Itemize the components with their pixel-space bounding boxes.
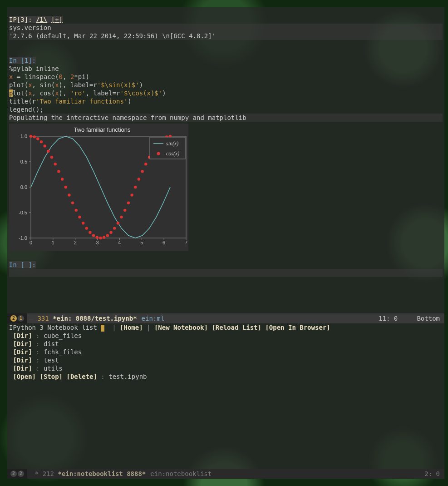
cell2-prompt[interactable]: In [ ]:	[9, 261, 36, 268]
svg-point-31	[43, 144, 46, 147]
svg-point-43	[85, 227, 88, 229]
tab-active[interactable]: /1\	[36, 16, 47, 23]
svg-point-33	[50, 156, 53, 159]
svg-point-30	[40, 140, 43, 143]
cell1-output: Populating the interactive namespace fro…	[9, 114, 443, 122]
cell2-body[interactable]	[9, 269, 443, 277]
svg-point-44	[89, 231, 91, 234]
ml-badge-2: 1	[18, 315, 24, 322]
dir-name: dist	[44, 340, 59, 347]
emacs-frame: IP[3]: /1\ [+] sys.version '2.7.6 (defau…	[7, 7, 444, 479]
svg-text:0: 0	[30, 240, 32, 245]
svg-point-27	[30, 135, 32, 138]
nblist-title: IPython 3 Notebook list	[9, 324, 97, 331]
svg-point-41	[78, 216, 81, 218]
delete-link[interactable]: [Delete]	[66, 373, 97, 380]
svg-text:-1.0: -1.0	[19, 235, 27, 241]
svg-point-54	[123, 209, 126, 212]
svg-point-40	[75, 209, 78, 212]
svg-text:1: 1	[52, 240, 54, 245]
ml2-major-mode: ein:notebooklist	[146, 469, 212, 479]
reload-list-button[interactable]: [Reload List]	[212, 324, 261, 331]
svg-text:7: 7	[185, 240, 187, 245]
svg-point-34	[54, 163, 57, 165]
code-line[interactable]: plot(x, sin(x), label=r'$\sin(x)$')	[9, 81, 143, 89]
svg-point-29	[36, 137, 39, 140]
dir-link[interactable]: [Dir]	[13, 340, 32, 347]
svg-text:3: 3	[96, 240, 99, 245]
plot-output: Two familiar functions 01234567-1.0-0.50…	[9, 124, 188, 251]
code-line[interactable]: legend();	[9, 106, 44, 113]
svg-point-51	[113, 227, 116, 229]
dir-name: test	[44, 357, 59, 364]
svg-point-57	[134, 186, 137, 188]
ml2-buffer-name: *ein:notebooklist 8888*	[58, 469, 146, 479]
code-line[interactable]: plot(x, cos(x), 'ro', label=r'$\cos(x)$'…	[9, 89, 166, 97]
dir-link[interactable]: [Dir]	[13, 348, 32, 356]
code-line[interactable]: %pylab inline	[9, 65, 59, 72]
svg-text:0.5: 0.5	[20, 159, 27, 164]
tab-bar: IP[3]: /1\ [+]	[9, 16, 63, 23]
ml-major-mode: ein:ml	[137, 313, 165, 323]
cell1-prompt: In [1]:	[9, 57, 36, 64]
svg-text:2: 2	[74, 240, 77, 245]
stop-link[interactable]: [Stop]	[39, 373, 63, 380]
ml2-badge-1: 2	[10, 471, 17, 477]
legend-cos: cos(x)	[166, 150, 179, 157]
new-notebook-button[interactable]: [New Notebook]	[154, 324, 208, 331]
ml-where: Bottom	[417, 315, 440, 322]
ml-position: 11: 0	[379, 315, 398, 322]
code-line[interactable]: title(r'Two familiar functions')	[9, 98, 132, 105]
svg-point-60	[144, 163, 147, 165]
ml-buffer-name: *ein: 8888/test.ipynb*	[53, 313, 137, 323]
svg-text:4: 4	[118, 240, 121, 245]
svg-point-56	[130, 193, 133, 196]
dir-link[interactable]: [Dir]	[13, 332, 32, 339]
ml2-position: 2: 0	[424, 469, 444, 479]
home-link[interactable]: [Home]	[120, 324, 143, 331]
file-name: test.ipynb	[108, 373, 147, 380]
open-browser-button[interactable]: [Open In Browser]	[265, 324, 330, 331]
svg-text:0.0: 0.0	[20, 184, 27, 190]
svg-point-39	[71, 201, 74, 204]
svg-point-28	[33, 135, 35, 138]
modeline-bottom: 22 * 212 *ein:notebooklist 8888* ein:not…	[7, 469, 444, 479]
svg-text:1.0: 1.0	[20, 134, 27, 139]
svg-point-59	[141, 170, 143, 173]
ml-badge-1: 2	[10, 315, 17, 322]
svg-text:-0.5: -0.5	[19, 210, 27, 215]
svg-point-45	[92, 234, 95, 237]
svg-point-70	[157, 152, 160, 155]
svg-point-42	[82, 222, 84, 224]
dir-name: fchk_files	[44, 348, 82, 356]
modeline-top: 21 — 331 *ein: 8888/test.ipynb* ein:ml 1…	[7, 313, 444, 323]
svg-point-53	[120, 216, 123, 218]
svg-point-55	[127, 201, 130, 204]
svg-point-36	[61, 178, 64, 180]
code-line[interactable]: x = linspace(0, 2*pi)	[9, 73, 89, 80]
cell0-output: sys.version '2.7.6 (default, Mar 22 2014…	[9, 24, 443, 40]
svg-text:5: 5	[140, 240, 143, 245]
dir-link[interactable]: [Dir]	[13, 365, 32, 372]
svg-point-32	[47, 150, 49, 153]
svg-point-37	[64, 186, 67, 188]
svg-point-48	[103, 236, 105, 238]
svg-point-52	[117, 222, 119, 224]
svg-point-46	[96, 236, 98, 238]
dir-link[interactable]: [Dir]	[13, 357, 32, 364]
notebook-pane[interactable]: IP[3]: /1\ [+] sys.version '2.7.6 (defau…	[7, 7, 444, 313]
ml-line-total: 331	[34, 313, 49, 323]
dir-name: utils	[44, 365, 63, 372]
ml2-line-total: 212	[43, 469, 54, 479]
svg-point-49	[106, 234, 109, 237]
svg-point-47	[99, 237, 102, 239]
dir-name: cube_files	[44, 332, 82, 339]
svg-point-38	[68, 193, 70, 196]
tab-new[interactable]: [+]	[51, 16, 63, 23]
open-link[interactable]: [Open]	[13, 373, 36, 380]
legend-sin: sin(x)	[166, 140, 178, 147]
tab-label: IP[3]:	[9, 16, 32, 23]
notebooklist-pane[interactable]: IPython 3 Notebook list | [Home] | [New …	[7, 323, 444, 469]
ml2-badge-2: 2	[18, 471, 24, 477]
svg-point-35	[57, 170, 60, 173]
